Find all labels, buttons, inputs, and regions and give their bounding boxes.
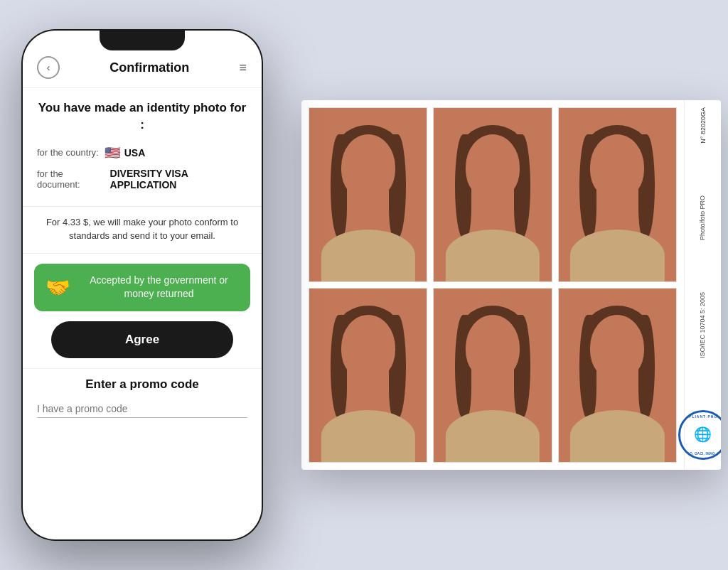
badge-globe-icon: 🌐 xyxy=(694,426,712,443)
promo-title: Enter a promo code xyxy=(37,377,247,392)
menu-button[interactable]: ≡ xyxy=(239,60,247,75)
photo-cell-1 xyxy=(309,107,427,282)
photo-grid xyxy=(301,100,684,470)
photo-cell-6 xyxy=(558,288,677,463)
hair-right-3 xyxy=(638,134,655,238)
country-value: 🇺🇸 USA xyxy=(105,145,146,161)
phone-frame: ‹ Confirmation ≡ You have made an identi… xyxy=(21,29,263,541)
head-5 xyxy=(466,315,520,381)
identity-title: You have made an identity photo for : xyxy=(37,100,247,134)
scene: ‹ Confirmation ≡ You have made an identi… xyxy=(0,0,728,570)
photo-sheet-sidebar: N° 82020GA Photo/foto PRO ISO/IEC 10704 … xyxy=(684,100,721,470)
photo-cell-3 xyxy=(558,107,677,282)
flag-icon: 🇺🇸 xyxy=(105,145,120,161)
guarantee-banner: 🤝 Accepted by the government or money re… xyxy=(34,264,250,311)
promo-section: Enter a promo code xyxy=(23,368,262,432)
phone-notch xyxy=(100,31,185,50)
hair-right-6 xyxy=(638,315,655,419)
menu-icon: ≡ xyxy=(239,60,247,75)
phone-content: You have made an identity photo for : fo… xyxy=(23,88,262,539)
identity-section: You have made an identity photo for : fo… xyxy=(23,88,262,207)
document-label: for the document: xyxy=(37,168,105,190)
price-section: For 4.33 $, we will make your photo conf… xyxy=(23,207,262,254)
photo-cell-4 xyxy=(309,288,427,463)
photo-number: N° 82020GA xyxy=(700,107,707,144)
body-4 xyxy=(321,410,415,462)
head-3 xyxy=(590,134,644,200)
badge-bottom-text: ICAO, OACI, IMAО, FO xyxy=(684,452,722,456)
handshake-icon: 🤝 xyxy=(46,276,70,299)
brand-label: Photo/foto PRO xyxy=(699,195,707,240)
body-1 xyxy=(321,230,415,281)
photo-sheet: N° 82020GA Photo/foto PRO ISO/IEC 10704 … xyxy=(301,100,721,470)
price-text: For 4.33 $, we will make your photo conf… xyxy=(37,215,247,243)
country-label: for the country: xyxy=(37,147,99,158)
head-2 xyxy=(466,134,520,200)
body-5 xyxy=(446,410,540,462)
country-row: for the country: 🇺🇸 USA xyxy=(37,145,247,161)
body-3 xyxy=(570,230,664,281)
nav-bar: ‹ Confirmation ≡ xyxy=(23,50,262,88)
hair-right-1 xyxy=(389,134,405,238)
hair-right-4 xyxy=(389,315,405,419)
promo-input[interactable] xyxy=(37,400,247,418)
standard-label: ISO/IEC 10704 5: 2005 xyxy=(699,292,707,358)
head-1 xyxy=(341,134,395,200)
photo-cell-2 xyxy=(433,107,552,282)
head-4 xyxy=(341,315,395,381)
head-6 xyxy=(590,315,644,381)
hair-right-5 xyxy=(514,315,530,419)
hair-right-2 xyxy=(514,134,530,238)
agree-button[interactable]: Agree xyxy=(51,321,233,358)
body-2 xyxy=(446,230,540,281)
body-6 xyxy=(570,410,664,462)
country-name: USA xyxy=(124,147,146,158)
document-value: DIVERSITY VISA APPLICATION xyxy=(110,168,247,190)
photo-cell-5 xyxy=(433,288,552,463)
nav-title: Confirmation xyxy=(109,60,189,75)
back-button[interactable]: ‹ xyxy=(37,56,60,79)
badge-top-text: COMPLIANT PHOTOS xyxy=(678,414,721,419)
document-row: for the document: DIVERSITY VISA APPLICA… xyxy=(37,168,247,190)
back-icon: ‹ xyxy=(47,62,50,73)
compliant-badge: COMPLIANT PHOTOS 🌐 ICAO, OACI, IMAО, FO xyxy=(678,410,722,460)
guarantee-text: Accepted by the government or money retu… xyxy=(79,274,239,301)
